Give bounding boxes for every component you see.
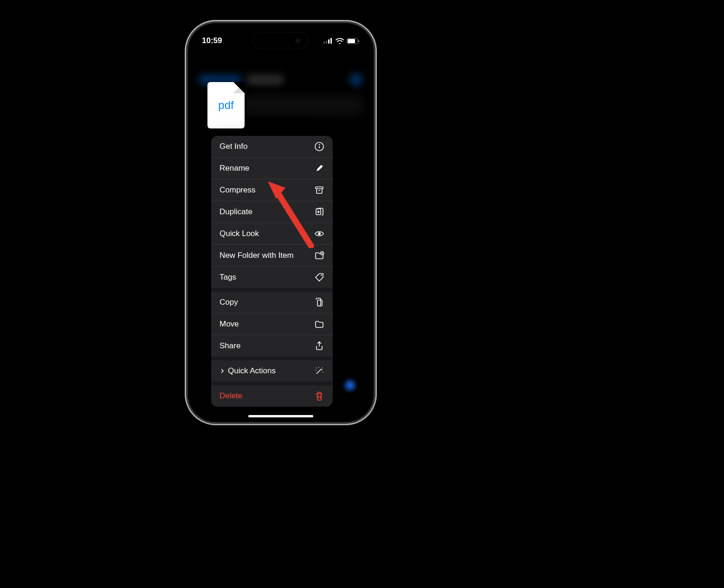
svg-point-9 [319,145,320,145]
menu-item-label: Move [220,320,239,329]
folder-icon [314,319,324,329]
menu-share[interactable]: Share [211,335,333,357]
file-type-label: pdf [218,99,233,112]
menu-compress[interactable]: Compress [211,179,333,201]
menu-quick-actions[interactable]: Quick Actions [211,360,333,382]
svg-rect-5 [348,39,355,43]
battery-icon [347,38,360,44]
dynamic-island [253,32,309,49]
menu-group-4: Delete [211,385,333,407]
status-time: 10:59 [202,36,222,45]
menu-item-label: Get Info [220,142,247,151]
menu-separator [211,357,333,360]
menu-item-label: Quick Actions [228,366,276,376]
menu-group-2: Copy Move Share [211,292,333,357]
file-thumbnail-pdf[interactable]: pdf [207,82,245,128]
menu-item-label: Delete [220,391,242,401]
menu-item-label: New Folder with Item [220,251,294,260]
menu-move[interactable]: Move [211,313,333,335]
svg-point-19 [321,275,322,275]
svg-rect-3 [330,38,332,44]
menu-item-label: Tags [220,273,236,282]
status-indicators [323,38,360,44]
menu-item-label: Duplicate [220,207,252,217]
svg-rect-2 [328,39,330,44]
svg-point-15 [318,232,321,235]
folder-plus-icon [314,250,324,261]
menu-item-label: Share [220,341,240,351]
cellular-icon [323,38,333,44]
menu-get-info[interactable]: Get Info [211,136,333,158]
menu-item-label: Rename [220,164,249,173]
wand-icon [314,366,324,376]
menu-tags[interactable]: Tags [211,267,333,288]
share-icon [314,341,324,351]
pencil-icon [314,163,324,173]
duplicate-icon [314,207,324,217]
eye-icon [314,229,324,239]
menu-copy[interactable]: Copy [211,292,333,313]
menu-new-folder-with-item[interactable]: New Folder with Item [211,245,333,267]
menu-item-label: Compress [220,185,255,195]
menu-delete[interactable]: Delete [211,385,333,407]
trash-icon [314,391,324,401]
menu-group-1: Get Info Rename Compress Duplicate Quick… [211,136,333,288]
archivebox-icon [314,185,324,195]
chevron-right-icon [220,368,225,374]
menu-duplicate[interactable]: Duplicate [211,201,333,223]
svg-rect-10 [316,187,323,189]
tag-icon [314,272,324,282]
menu-group-3: Quick Actions [211,360,333,382]
wifi-icon [336,38,344,44]
menu-item-label: Copy [220,298,238,307]
phone-frame: 10:59 pdf Get Info Rename Comp [188,23,374,422]
menu-rename[interactable]: Rename [211,158,333,179]
menu-item-label: Quick Look [220,229,259,238]
context-menu: Get Info Rename Compress Duplicate Quick… [211,136,333,407]
menu-quick-look[interactable]: Quick Look [211,223,333,245]
menu-separator [211,288,333,292]
menu-separator [211,382,333,385]
file-row-blurred [237,95,362,115]
home-indicator [248,415,313,417]
info-icon [314,141,324,152]
copy-icon [314,297,324,307]
svg-rect-6 [358,40,359,42]
background-accent-dot [342,377,358,393]
svg-rect-1 [326,41,327,44]
svg-rect-0 [323,42,325,44]
